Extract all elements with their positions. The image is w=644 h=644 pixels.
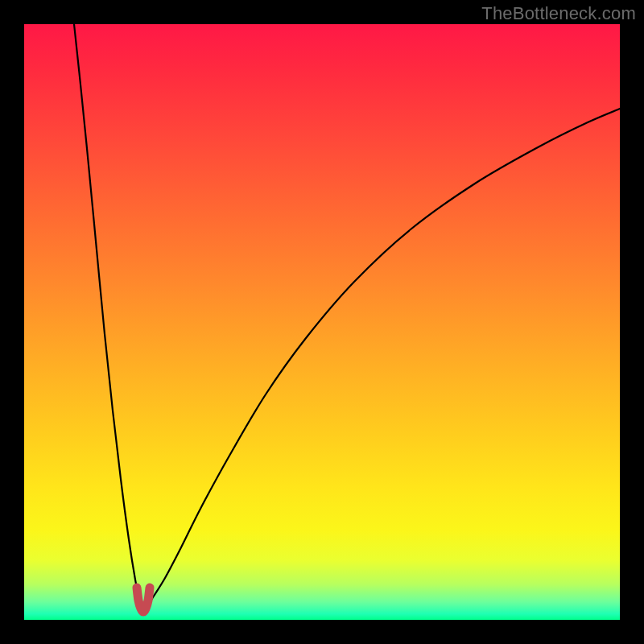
plot-area bbox=[24, 24, 620, 620]
min-marker bbox=[137, 588, 150, 612]
watermark-text: TheBottleneck.com bbox=[481, 3, 636, 24]
curve-right-branch bbox=[143, 109, 620, 612]
chart-frame: TheBottleneck.com bbox=[0, 0, 644, 644]
curve-svg bbox=[24, 24, 620, 620]
curve-left-branch bbox=[74, 24, 143, 612]
